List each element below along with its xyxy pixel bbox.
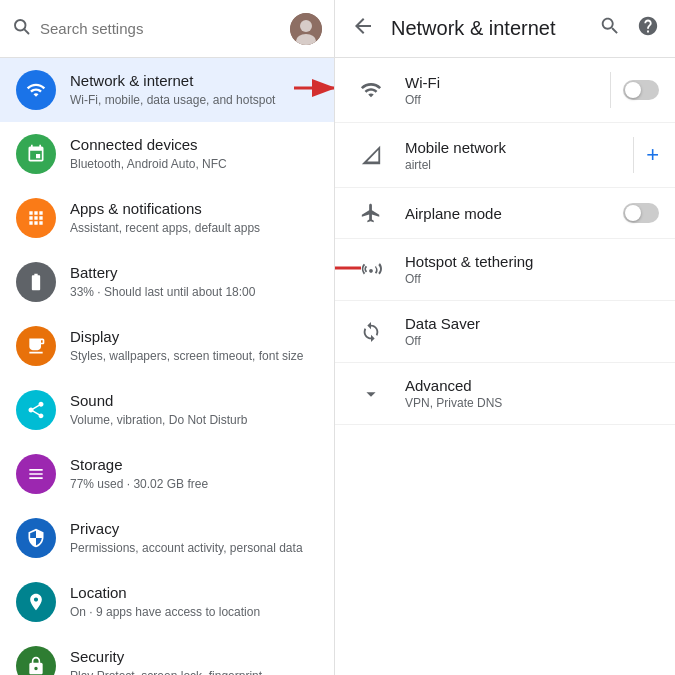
network-item-hotspot[interactable]: Hotspot & tethering Off [335, 239, 675, 301]
storage-icon [16, 454, 56, 494]
hotspot-title: Hotspot & tethering [405, 253, 659, 270]
sound-text: Sound Volume, vibration, Do Not Disturb [70, 391, 318, 428]
network-item-datasaver[interactable]: Data Saver Off [335, 301, 675, 363]
advanced-text: Advanced VPN, Private DNS [405, 377, 659, 410]
storage-title: Storage [70, 455, 318, 475]
display-text: Display Styles, wallpapers, screen timeo… [70, 327, 318, 364]
datasaver-icon [351, 321, 391, 343]
privacy-text: Privacy Permissions, account activity, p… [70, 519, 318, 556]
header-icons [599, 15, 659, 42]
wifi-subtitle: Off [405, 93, 598, 107]
location-text: Location On · 9 apps have access to loca… [70, 583, 318, 620]
mobile-title: Mobile network [405, 139, 621, 156]
wifi-toggle[interactable] [623, 80, 659, 100]
back-button[interactable] [351, 14, 375, 43]
security-text: Security Play Protect, screen lock, fing… [70, 647, 318, 675]
datasaver-title: Data Saver [405, 315, 659, 332]
network-subtitle: Wi-Fi, mobile, data usage, and hotspot [70, 93, 318, 109]
sidebar-item-battery[interactable]: Battery 33% · Should last until about 18… [0, 250, 334, 314]
sidebar-item-sound[interactable]: Sound Volume, vibration, Do Not Disturb [0, 378, 334, 442]
battery-title: Battery [70, 263, 318, 283]
network-item-mobile[interactable]: Mobile network airtel + [335, 123, 675, 188]
wifi-divider [610, 72, 611, 108]
svg-line-1 [24, 29, 28, 33]
sound-title: Sound [70, 391, 318, 411]
network-item-wifi[interactable]: Wi-Fi Off [335, 58, 675, 123]
storage-text: Storage 77% used · 30.02 GB free [70, 455, 318, 492]
wifi-title: Wi-Fi [405, 74, 598, 91]
battery-text: Battery 33% · Should last until about 18… [70, 263, 318, 300]
location-icon [16, 582, 56, 622]
network-title: Network & internet [70, 71, 318, 91]
svg-point-3 [300, 20, 312, 32]
privacy-title: Privacy [70, 519, 318, 539]
display-icon [16, 326, 56, 366]
advanced-icon [351, 383, 391, 405]
privacy-subtitle: Permissions, account activity, personal … [70, 541, 318, 557]
sound-icon [16, 390, 56, 430]
hotspot-subtitle: Off [405, 272, 659, 286]
search-header-icon[interactable] [599, 15, 621, 42]
help-header-icon[interactable] [637, 15, 659, 42]
airplane-icon [351, 202, 391, 224]
left-panel: Network & internet Wi-Fi, mobile, data u… [0, 0, 335, 675]
sound-subtitle: Volume, vibration, Do Not Disturb [70, 413, 318, 429]
airplane-text: Airplane mode [405, 205, 623, 222]
security-title: Security [70, 647, 318, 667]
airplane-title: Airplane mode [405, 205, 623, 222]
right-panel: Network & internet Wi-Fi [335, 0, 675, 675]
network-list: Wi-Fi Off Mobile network airtel + [335, 58, 675, 675]
advanced-subtitle: VPN, Private DNS [405, 396, 659, 410]
display-title: Display [70, 327, 318, 347]
privacy-icon [16, 518, 56, 558]
network-item-airplane[interactable]: Airplane mode [335, 188, 675, 239]
avatar[interactable] [290, 13, 322, 45]
security-icon [16, 646, 56, 675]
network-text: Network & internet Wi-Fi, mobile, data u… [70, 71, 318, 108]
datasaver-subtitle: Off [405, 334, 659, 348]
apps-icon [16, 198, 56, 238]
sidebar-item-connected[interactable]: Connected devices Bluetooth, Android Aut… [0, 122, 334, 186]
sidebar-item-location[interactable]: Location On · 9 apps have access to loca… [0, 570, 334, 634]
right-title: Network & internet [391, 17, 599, 40]
location-title: Location [70, 583, 318, 603]
mobile-add-button[interactable]: + [646, 142, 659, 168]
sidebar-item-security[interactable]: Security Play Protect, screen lock, fing… [0, 634, 334, 675]
battery-icon [16, 262, 56, 302]
arrow-network [294, 74, 334, 106]
search-icon [12, 17, 30, 40]
advanced-title: Advanced [405, 377, 659, 394]
sidebar-item-privacy[interactable]: Privacy Permissions, account activity, p… [0, 506, 334, 570]
connected-icon [16, 134, 56, 174]
wifi-text: Wi-Fi Off [405, 74, 598, 107]
mobile-text: Mobile network airtel [405, 139, 621, 172]
search-bar [0, 0, 334, 58]
connected-title: Connected devices [70, 135, 318, 155]
apps-title: Apps & notifications [70, 199, 318, 219]
datasaver-text: Data Saver Off [405, 315, 659, 348]
sidebar-item-storage[interactable]: Storage 77% used · 30.02 GB free [0, 442, 334, 506]
airplane-toggle-group [623, 203, 659, 223]
connected-subtitle: Bluetooth, Android Auto, NFC [70, 157, 318, 173]
mobile-action-group: + [621, 137, 659, 173]
security-subtitle: Play Protect, screen lock, fingerprint [70, 669, 318, 675]
settings-list: Network & internet Wi-Fi, mobile, data u… [0, 58, 334, 675]
display-subtitle: Styles, wallpapers, screen timeout, font… [70, 349, 318, 365]
sidebar-item-network[interactable]: Network & internet Wi-Fi, mobile, data u… [0, 58, 334, 122]
right-header: Network & internet [335, 0, 675, 58]
connected-text: Connected devices Bluetooth, Android Aut… [70, 135, 318, 172]
search-input[interactable] [40, 20, 290, 37]
storage-subtitle: 77% used · 30.02 GB free [70, 477, 318, 493]
location-subtitle: On · 9 apps have access to location [70, 605, 318, 621]
arrow-hotspot [335, 254, 361, 286]
apps-text: Apps & notifications Assistant, recent a… [70, 199, 318, 236]
sidebar-item-display[interactable]: Display Styles, wallpapers, screen timeo… [0, 314, 334, 378]
mobile-icon [351, 144, 391, 166]
network-icon [16, 70, 56, 110]
sidebar-item-apps[interactable]: Apps & notifications Assistant, recent a… [0, 186, 334, 250]
airplane-toggle[interactable] [623, 203, 659, 223]
mobile-divider [633, 137, 634, 173]
wifi-toggle-group [598, 72, 659, 108]
network-item-advanced[interactable]: Advanced VPN, Private DNS [335, 363, 675, 425]
wifi-icon [351, 79, 391, 101]
